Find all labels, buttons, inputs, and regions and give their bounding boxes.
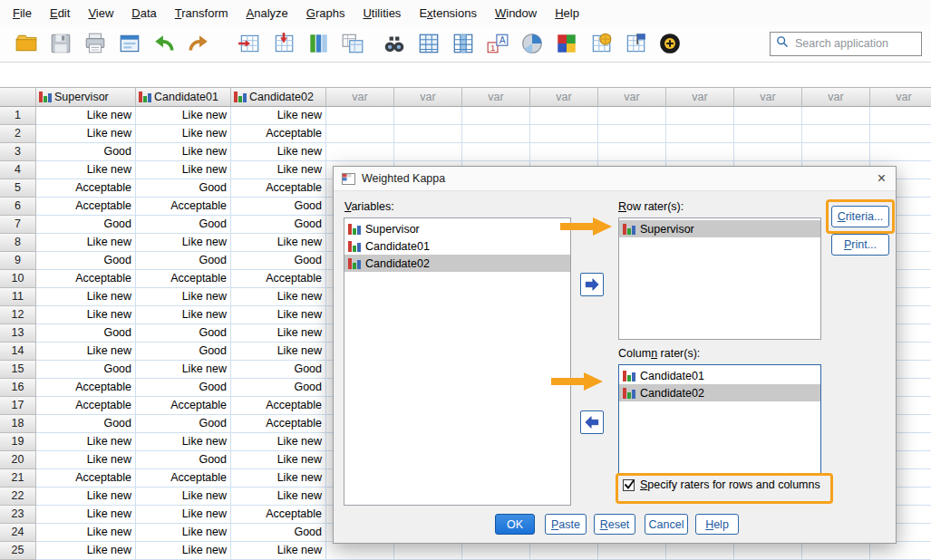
data-cell[interactable]: Like new [231,161,326,179]
help-button[interactable]: Help [695,514,739,535]
data-cell[interactable]: Good [36,252,136,270]
empty-cell[interactable] [598,143,666,161]
data-cell[interactable]: Good [136,343,231,361]
data-cell[interactable]: Good [136,379,231,397]
menu-item-transform[interactable]: Transform [166,2,238,24]
data-cell[interactable]: Acceptable [136,397,231,415]
grid-corner-cell[interactable] [0,88,36,107]
empty-cell[interactable] [802,542,870,560]
menu-item-edit[interactable]: Edit [41,2,79,24]
menu-item-data[interactable]: Data [122,2,165,24]
data-cell[interactable]: Like new [136,524,231,542]
row-number[interactable]: 5 [0,179,36,198]
empty-cell[interactable] [462,542,530,560]
color-grid-icon[interactable] [549,29,584,58]
data-cell[interactable]: Acceptable [136,198,231,216]
row-number[interactable]: 4 [0,161,36,179]
empty-cell[interactable] [870,107,931,125]
data-cell[interactable]: Good [36,361,136,379]
data-cell[interactable]: Acceptable [231,270,326,288]
data-cell[interactable]: Like new [136,288,231,306]
insert-cases-icon[interactable] [412,29,446,58]
data-cell[interactable]: Like new [231,469,326,488]
data-cell[interactable]: Like new [36,234,136,252]
row-number[interactable]: 22 [0,488,36,506]
data-cell[interactable]: Like new [231,143,326,161]
empty-cell[interactable] [530,107,598,125]
row-number[interactable]: 13 [0,324,36,343]
data-cell[interactable]: Like new [36,125,136,143]
empty-cell[interactable] [326,542,394,560]
data-cell[interactable]: Good [231,379,326,397]
empty-cell[interactable] [734,107,802,125]
data-cell[interactable]: Like new [36,107,136,125]
empty-cell[interactable] [734,542,802,560]
row-number[interactable]: 2 [0,125,36,143]
row-number[interactable]: 19 [0,433,36,451]
row-number[interactable]: 9 [0,252,36,270]
empty-cell[interactable] [802,125,870,143]
data-cell[interactable]: Good [36,415,136,433]
data-cell[interactable]: Like new [36,506,136,524]
row-number[interactable]: 12 [0,306,36,324]
close-icon[interactable]: × [876,171,887,186]
row-number[interactable]: 23 [0,506,36,524]
data-cell[interactable]: Good [231,524,326,542]
data-cell[interactable]: Good [231,252,326,270]
data-cell[interactable]: Good [36,324,136,343]
row-number[interactable]: 11 [0,288,36,306]
var-column-header[interactable]: var [598,88,666,107]
data-cell[interactable]: Like new [136,361,231,379]
search-input[interactable] [793,36,916,51]
data-cell[interactable]: Like new [231,306,326,324]
row-number[interactable]: 20 [0,451,36,469]
var-column-header[interactable]: var [666,88,734,107]
empty-cell[interactable] [598,107,666,125]
empty-cell[interactable] [666,542,734,560]
data-cell[interactable]: Like new [231,324,326,343]
row-number[interactable]: 8 [0,234,36,252]
data-cell[interactable]: Like new [136,125,231,143]
undo-icon[interactable] [147,29,181,58]
data-cell[interactable]: Like new [36,161,136,179]
data-cell[interactable]: Acceptable [36,379,136,397]
data-cell[interactable]: Like new [136,234,231,252]
row-number[interactable]: 10 [0,270,36,288]
empty-cell[interactable] [462,143,530,161]
menu-item-graphs[interactable]: Graphs [297,2,354,24]
var-column-header[interactable]: var [530,88,598,107]
data-cell[interactable]: Like new [36,451,136,469]
data-cell[interactable]: Acceptable [231,397,326,415]
chart-builder-icon[interactable] [515,29,549,58]
row-number[interactable]: 24 [0,524,36,542]
data-cell[interactable]: Like new [36,488,136,506]
empty-cell[interactable] [802,143,870,161]
empty-cell[interactable] [326,125,394,143]
data-cell[interactable]: Good [231,198,326,216]
data-cell[interactable]: Like new [136,306,231,324]
menu-item-help[interactable]: Help [546,2,588,24]
data-cell[interactable]: Like new [136,107,231,125]
data-cell[interactable]: Like new [231,542,326,560]
data-cell[interactable]: Like new [36,288,136,306]
data-cell[interactable]: Like new [36,306,136,324]
data-cell[interactable]: Like new [36,343,136,361]
menu-item-view[interactable]: View [79,2,122,24]
empty-cell[interactable] [530,143,598,161]
empty-cell[interactable] [666,143,734,161]
open-data-icon[interactable] [9,29,44,58]
data-cell[interactable]: Good [136,451,231,469]
data-cell[interactable]: Good [231,216,326,234]
data-cell[interactable]: Acceptable [231,506,326,524]
data-cell[interactable]: Like new [231,234,326,252]
data-cell[interactable]: Acceptable [36,397,136,415]
data-cell[interactable]: Like new [36,433,136,451]
data-cell[interactable]: Like new [136,433,231,451]
row-number[interactable]: 18 [0,415,36,433]
data-cell[interactable]: Like new [231,451,326,469]
data-cell[interactable]: Acceptable [136,270,231,288]
var-column-header[interactable]: var [802,88,870,107]
print-icon[interactable] [78,29,112,58]
data-cell[interactable]: Good [231,361,326,379]
row-number[interactable]: 25 [0,542,36,560]
